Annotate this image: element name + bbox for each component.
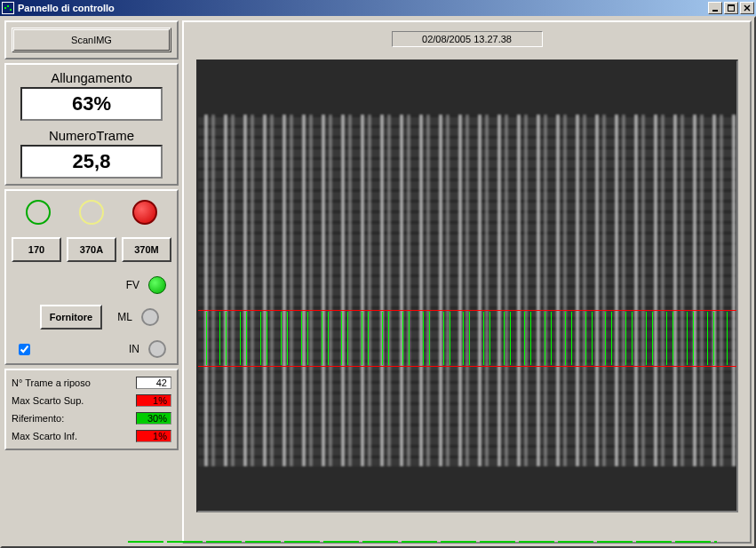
controls-panel: 170 370A 370M FV Fornitore ML IN bbox=[4, 189, 179, 365]
ml-light bbox=[141, 308, 159, 326]
numerotrame-value: 25,8 bbox=[20, 145, 163, 179]
allungamento-label: Allungamento bbox=[12, 70, 171, 85]
trame-riposo-label: N° Trame a riposo bbox=[12, 377, 91, 388]
table-row: N° Trame a riposo 42 bbox=[12, 374, 171, 392]
scan-overlay bbox=[198, 310, 736, 367]
app-icon bbox=[2, 2, 14, 14]
titlebar: Pannello di controllo bbox=[0, 0, 756, 16]
fornitore-button[interactable]: Fornitore bbox=[40, 305, 102, 330]
riferimento-label: Riferimento: bbox=[12, 413, 64, 424]
max-scarto-inf-value[interactable]: 1% bbox=[136, 430, 171, 442]
timestamp: 02/08/2005 13.27.38 bbox=[392, 31, 543, 47]
indicator-light-red bbox=[132, 200, 157, 225]
allungamento-value: 63% bbox=[20, 87, 163, 121]
numerotrame-label: NumeroTrame bbox=[12, 128, 171, 143]
riferimento-value[interactable]: 30% bbox=[136, 412, 171, 425]
metrics-panel: Allungamento 63% NumeroTrame 25,8 bbox=[4, 63, 179, 186]
scan-panel: ScanIMG bbox=[4, 20, 179, 60]
table-row: Riferimento: 30% bbox=[12, 409, 171, 427]
table-row: Max Scarto Sup. 1% bbox=[12, 392, 171, 409]
close-button[interactable] bbox=[740, 2, 754, 14]
in-label: IN bbox=[118, 343, 139, 355]
svg-rect-2 bbox=[728, 4, 735, 6]
button-170[interactable]: 170 bbox=[12, 237, 61, 262]
in-light bbox=[148, 340, 166, 358]
indicator-light-green bbox=[26, 200, 51, 225]
maximize-button[interactable] bbox=[724, 2, 738, 14]
max-scarto-sup-label: Max Scarto Sup. bbox=[12, 395, 84, 406]
statusbar bbox=[4, 541, 752, 546]
indicator-light-yellow bbox=[79, 200, 104, 225]
svg-rect-0 bbox=[712, 10, 718, 12]
progress-indicator bbox=[128, 541, 717, 543]
fv-label: FV bbox=[118, 279, 139, 291]
enable-checkbox[interactable] bbox=[19, 344, 30, 355]
button-370a[interactable]: 370A bbox=[67, 237, 116, 262]
trame-riposo-value[interactable]: 42 bbox=[136, 377, 171, 389]
camera-image bbox=[196, 60, 738, 512]
ml-label: ML bbox=[111, 311, 132, 323]
button-370m[interactable]: 370M bbox=[122, 237, 171, 262]
max-scarto-inf-label: Max Scarto Inf. bbox=[12, 431, 77, 441]
minimize-button[interactable] bbox=[708, 2, 722, 14]
window-title: Pannello di controllo bbox=[18, 3, 708, 13]
table-row: Max Scarto Inf. 1% bbox=[12, 427, 171, 445]
scan-button[interactable]: ScanIMG bbox=[12, 28, 171, 52]
fv-light bbox=[148, 276, 166, 294]
settings-table: N° Trame a riposo 42 Max Scarto Sup. 1% … bbox=[4, 369, 179, 450]
max-scarto-sup-value[interactable]: 1% bbox=[136, 394, 171, 407]
image-panel: 02/08/2005 13.27.38 bbox=[182, 20, 752, 544]
